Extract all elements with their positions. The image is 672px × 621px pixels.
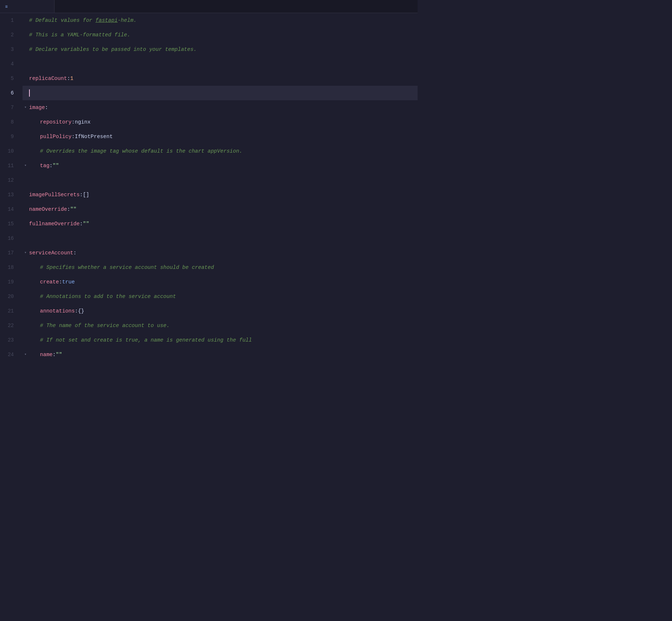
code-line-24: ▾name: "" xyxy=(23,347,418,362)
yaml-colon: : xyxy=(72,129,75,144)
yaml-colon: : xyxy=(80,217,83,231)
fold-icon[interactable]: ▾ xyxy=(23,105,28,110)
comment-text: # Declare variables to be passed into yo… xyxy=(29,42,197,57)
code-line-23: # If not set and create is true, a name … xyxy=(23,333,418,347)
comment-text: # This is a YAML-formatted file. xyxy=(29,28,130,42)
code-line-10: # Overrides the image tag whose default … xyxy=(23,144,418,158)
yaml-key: pullPolicy xyxy=(40,129,72,144)
yaml-value: "" xyxy=(53,158,59,173)
editor-window: ≡ 12345678910111213141516171819202122232… xyxy=(0,0,418,367)
line-number-9: 9 xyxy=(0,129,20,144)
line-number-20: 20 xyxy=(0,289,20,304)
yaml-key: nameOverride xyxy=(29,202,67,217)
line-number-3: 3 xyxy=(0,42,20,57)
comment-text: # Specifies whether a service account sh… xyxy=(40,260,214,275)
yaml-colon: : xyxy=(72,115,75,129)
yaml-key: repository xyxy=(40,115,72,129)
line-number-5: 5 xyxy=(0,71,20,86)
line-number-12: 12 xyxy=(0,173,20,187)
yaml-value: "" xyxy=(56,347,62,362)
editor-body: 1234567891011121314151617181920212223242… xyxy=(0,13,418,367)
code-line-22: # The name of the service account to use… xyxy=(23,318,418,333)
yaml-key: create xyxy=(40,275,59,289)
line-number-4: 4 xyxy=(0,57,20,71)
code-line-19: create: true xyxy=(23,275,418,289)
tab-bar: ≡ xyxy=(0,0,418,13)
yaml-colon: : xyxy=(67,71,70,86)
code-line-14: nameOverride: "" xyxy=(23,202,418,217)
line-number-21: 21 xyxy=(0,304,20,318)
yaml-value: 1 xyxy=(70,71,73,86)
yaml-value: {} xyxy=(78,304,84,318)
line-number-14: 14 xyxy=(0,202,20,217)
yaml-key: image xyxy=(29,100,45,115)
comment-text: # The name of the service account to use… xyxy=(40,318,170,333)
line-number-25: 25 xyxy=(0,362,20,367)
line-number-10: 10 xyxy=(0,144,20,158)
line-number-6: 6 xyxy=(0,86,20,100)
code-line-9: pullPolicy: IfNotPresent xyxy=(23,129,418,144)
line-number-7: 7 xyxy=(0,100,20,115)
yaml-value: "" xyxy=(83,217,89,231)
yaml-key: tag xyxy=(40,158,49,173)
line-number-8: 8 xyxy=(0,115,20,129)
yaml-key: serviceAccount xyxy=(29,246,73,260)
code-line-3: # Declare variables to be passed into yo… xyxy=(23,42,418,57)
comment-text: # Default values for fastapi-helm. xyxy=(29,13,137,28)
code-line-20: # Annotations to add to the service acco… xyxy=(23,289,418,304)
yaml-value: IfNotPresent xyxy=(75,129,113,144)
yaml-colon: : xyxy=(45,100,48,115)
fastapi-link: fastapi xyxy=(96,17,118,23)
line-number-16: 16 xyxy=(0,231,20,246)
active-tab[interactable]: ≡ xyxy=(0,0,55,13)
line-number-2: 2 xyxy=(0,28,20,42)
code-content[interactable]: # Default values for fastapi-helm.# This… xyxy=(20,13,418,367)
code-line-7: ▾image: xyxy=(23,100,418,115)
comment-text: # If not set and create is true, a name … xyxy=(40,333,252,347)
code-line-6 xyxy=(23,86,418,100)
line-number-24: 24 xyxy=(0,347,20,362)
code-line-5: replicaCount: 1 xyxy=(23,71,418,86)
fold-icon[interactable]: ▾ xyxy=(23,163,28,169)
code-line-13: imagePullSecrets: [] xyxy=(23,187,418,202)
line-number-15: 15 xyxy=(0,217,20,231)
code-line-4 xyxy=(23,57,418,71)
code-line-11: ▾tag: "" xyxy=(23,158,418,173)
code-line-16 xyxy=(23,231,418,246)
line-numbers-panel: 1234567891011121314151617181920212223242… xyxy=(0,13,20,367)
yaml-value: [] xyxy=(83,187,89,202)
code-line-1: # Default values for fastapi-helm. xyxy=(23,13,418,28)
yaml-value: true xyxy=(62,275,75,289)
code-line-15: fullnameOverride: "" xyxy=(23,217,418,231)
yaml-key: name xyxy=(40,347,53,362)
yaml-colon: : xyxy=(75,304,78,318)
comment-text: # Annotations to add to the service acco… xyxy=(40,289,176,304)
line-number-11: 11 xyxy=(0,158,20,173)
yaml-colon: : xyxy=(53,347,56,362)
yaml-key: replicaCount xyxy=(29,71,67,86)
line-number-19: 19 xyxy=(0,275,20,289)
line-numbers-container: 1234567891011121314151617181920212223242… xyxy=(0,13,20,367)
yaml-colon: : xyxy=(67,202,70,217)
code-line-21: annotations: {} xyxy=(23,304,418,318)
line-number-23: 23 xyxy=(0,333,20,347)
yaml-value: nginx xyxy=(75,115,91,129)
code-line-8: repository: nginx xyxy=(23,115,418,129)
code-line-2: # This is a YAML-formatted file. xyxy=(23,28,418,42)
comment-text: # Overrides the image tag whose default … xyxy=(40,144,242,158)
code-line-17: ▾serviceAccount: xyxy=(23,246,418,260)
yaml-key: fullnameOverride xyxy=(29,217,80,231)
yaml-key: annotations xyxy=(40,304,75,318)
code-line-18: # Specifies whether a service account sh… xyxy=(23,260,418,275)
yaml-colon: : xyxy=(49,158,53,173)
line-number-13: 13 xyxy=(0,187,20,202)
line-number-22: 22 xyxy=(0,318,20,333)
line-number-18: 18 xyxy=(0,260,20,275)
yaml-key: imagePullSecrets xyxy=(29,187,80,202)
tab-file-icon: ≡ xyxy=(5,4,8,9)
yaml-colon: : xyxy=(59,275,62,289)
yaml-colon: : xyxy=(73,246,77,260)
yaml-colon: : xyxy=(80,187,83,202)
fold-icon[interactable]: ▾ xyxy=(23,352,28,358)
fold-icon[interactable]: ▾ xyxy=(23,250,28,256)
